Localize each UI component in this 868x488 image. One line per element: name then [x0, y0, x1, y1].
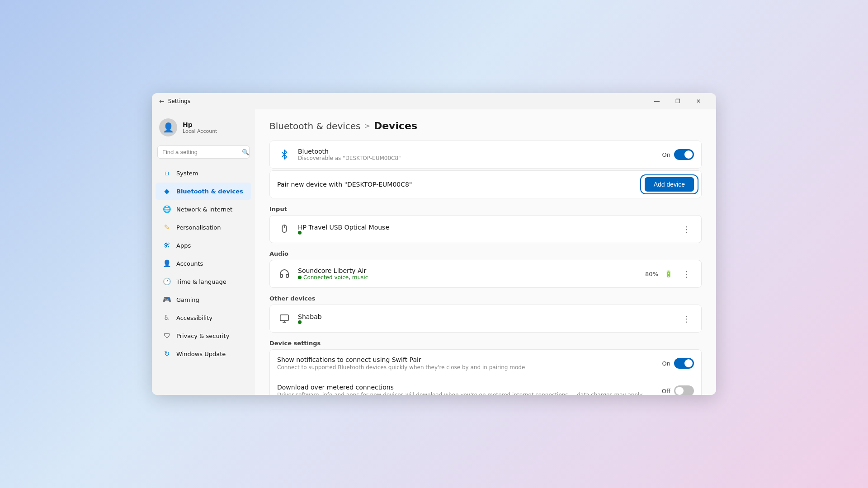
- user-name: Hp: [183, 121, 217, 128]
- sidebar-label-system: System: [176, 170, 198, 177]
- swift-pair-toggle-label: On: [662, 360, 670, 367]
- sidebar-label-accounts: Accounts: [176, 260, 203, 267]
- window-body: 👤 Hp Local Account 🔍 ▫ System ◆ Bluetoot…: [152, 109, 716, 395]
- headphones-more-button[interactable]: ⋮: [679, 267, 694, 281]
- sidebar-item-accounts[interactable]: 👤 Accounts: [156, 255, 251, 272]
- mouse-more-button[interactable]: ⋮: [679, 223, 694, 236]
- bluetooth-toggle-knob: [684, 150, 693, 159]
- headphones-status: Connected voice, music: [298, 274, 639, 281]
- headphones-row: Soundcore Liberty Air Connected voice, m…: [270, 260, 701, 287]
- swift-pair-title: Show notifications to connect using Swif…: [277, 356, 656, 363]
- avatar-icon: 👤: [163, 122, 174, 133]
- sidebar-item-network[interactable]: 🌐 Network & internet: [156, 201, 251, 218]
- headphones-battery: 80%: [645, 271, 658, 277]
- privacy-icon: 🛡: [163, 332, 171, 340]
- sidebar-item-privacy[interactable]: 🛡 Privacy & security: [156, 327, 251, 344]
- swift-pair-toggle-wrap: On: [662, 358, 694, 369]
- shabab-more-button[interactable]: ⋮: [679, 312, 694, 325]
- download-metered-info: Download over metered connections Driver…: [277, 384, 656, 395]
- pair-new-text: Pair new device with "DESKTOP-EUM00C8": [277, 181, 645, 188]
- sidebar-item-accessibility[interactable]: ♿ Accessibility: [156, 309, 251, 326]
- audio-section-header: Audio: [269, 250, 702, 257]
- sidebar-item-apps[interactable]: 🛠 Apps: [156, 237, 251, 254]
- input-card: HP Travel USB Optical Mouse ⋮: [269, 215, 702, 243]
- breadcrumb: Bluetooth & devices > Devices: [269, 120, 702, 131]
- sidebar-label-update: Windows Update: [176, 351, 226, 357]
- breadcrumb-separator: >: [364, 122, 370, 130]
- mouse-icon: [277, 222, 292, 236]
- back-icon[interactable]: ←: [159, 98, 165, 105]
- bluetooth-description: Discoverable as "DESKTOP-EUM00C8": [298, 155, 656, 161]
- titlebar-title: Settings: [168, 98, 190, 104]
- search-box[interactable]: 🔍: [157, 145, 250, 159]
- update-icon: ↻: [163, 350, 171, 358]
- accounts-icon: 👤: [163, 259, 171, 267]
- headphones-info: Soundcore Liberty Air Connected voice, m…: [298, 267, 639, 281]
- sidebar-item-bluetooth[interactable]: ◆ Bluetooth & devices: [156, 183, 251, 200]
- apps-icon: 🛠: [163, 241, 171, 249]
- user-subtitle: Local Account: [183, 128, 217, 134]
- add-device-button[interactable]: Add device: [645, 177, 694, 192]
- shabab-name: Shabab: [298, 313, 672, 320]
- bluetooth-icon: ◆: [163, 187, 171, 195]
- mouse-status: [298, 231, 672, 235]
- other-card: Shabab ⋮: [269, 305, 702, 333]
- restore-button[interactable]: ❐: [667, 94, 688, 108]
- headphones-name: Soundcore Liberty Air: [298, 267, 639, 274]
- download-metered-toggle[interactable]: [674, 385, 694, 395]
- sidebar-item-personalisation[interactable]: ✎ Personalisation: [156, 219, 251, 236]
- user-section: 👤 Hp Local Account: [152, 115, 255, 144]
- mouse-row: HP Travel USB Optical Mouse ⋮: [270, 216, 701, 243]
- bluetooth-toggle[interactable]: [674, 149, 694, 160]
- swift-pair-toggle-knob: [684, 359, 693, 367]
- settings-window: ← Settings — ❐ ✕ 👤 Hp Local Account 🔍: [152, 93, 716, 395]
- sidebar-item-system[interactable]: ▫ System: [156, 164, 251, 182]
- headphones-status-text: Connected voice, music: [303, 274, 368, 281]
- shabab-status: [298, 320, 672, 324]
- bluetooth-card: Bluetooth Discoverable as "DESKTOP-EUM00…: [269, 141, 702, 169]
- bluetooth-device-icon: [277, 147, 292, 162]
- sidebar-label-accessibility: Accessibility: [176, 314, 212, 321]
- input-section-header: Input: [269, 206, 702, 212]
- swift-pair-info: Show notifications to connect using Swif…: [277, 356, 656, 371]
- close-button[interactable]: ✕: [688, 94, 709, 108]
- download-metered-toggle-wrap: Off: [662, 385, 694, 395]
- svg-rect-2: [280, 315, 288, 321]
- user-info: Hp Local Account: [183, 121, 217, 134]
- avatar: 👤: [159, 118, 177, 136]
- swift-pair-subtitle: Connect to supported Bluetooth devices q…: [277, 364, 656, 371]
- titlebar-controls: — ❐ ✕: [646, 94, 709, 108]
- mouse-info: HP Travel USB Optical Mouse: [298, 224, 672, 235]
- add-device-row: Pair new device with "DESKTOP-EUM00C8" A…: [269, 170, 702, 198]
- shabab-info: Shabab: [298, 313, 672, 324]
- bluetooth-toggle-wrap: On: [662, 149, 694, 160]
- battery-icon: 🔋: [665, 270, 672, 277]
- download-metered-subtitle: Driver software, info and apps for new d…: [277, 392, 656, 395]
- shabab-row: Shabab ⋮: [270, 305, 701, 332]
- shabab-status-dot: [298, 320, 302, 324]
- minimize-button[interactable]: —: [646, 94, 667, 108]
- sidebar: 👤 Hp Local Account 🔍 ▫ System ◆ Bluetoot…: [152, 109, 255, 395]
- sidebar-label-privacy: Privacy & security: [176, 333, 229, 339]
- mouse-status-dot: [298, 231, 302, 235]
- device-settings-header: Device settings: [269, 340, 702, 347]
- download-metered-row: Download over metered connections Driver…: [270, 377, 701, 395]
- accessibility-icon: ♿: [163, 314, 171, 322]
- download-metered-title: Download over metered connections: [277, 384, 656, 391]
- search-input[interactable]: [162, 149, 238, 155]
- sidebar-item-update[interactable]: ↻ Windows Update: [156, 345, 251, 362]
- audio-card: Soundcore Liberty Air Connected voice, m…: [269, 260, 702, 288]
- swift-pair-toggle[interactable]: [674, 358, 694, 369]
- swift-pair-row: Show notifications to connect using Swif…: [270, 350, 701, 377]
- main-content: Bluetooth & devices > Devices Bluetooth …: [255, 109, 716, 395]
- sidebar-label-apps: Apps: [176, 242, 191, 249]
- sidebar-item-time[interactable]: 🕐 Time & language: [156, 273, 251, 290]
- sidebar-label-bluetooth: Bluetooth & devices: [176, 188, 243, 195]
- bluetooth-toggle-label: On: [662, 151, 670, 158]
- sidebar-item-gaming[interactable]: 🎮 Gaming: [156, 291, 251, 308]
- sidebar-label-personalisation: Personalisation: [176, 224, 221, 231]
- headphones-icon: [277, 267, 292, 281]
- breadcrumb-parent[interactable]: Bluetooth & devices: [269, 121, 361, 131]
- search-icon: 🔍: [242, 149, 249, 155]
- download-metered-toggle-label: Off: [662, 388, 670, 394]
